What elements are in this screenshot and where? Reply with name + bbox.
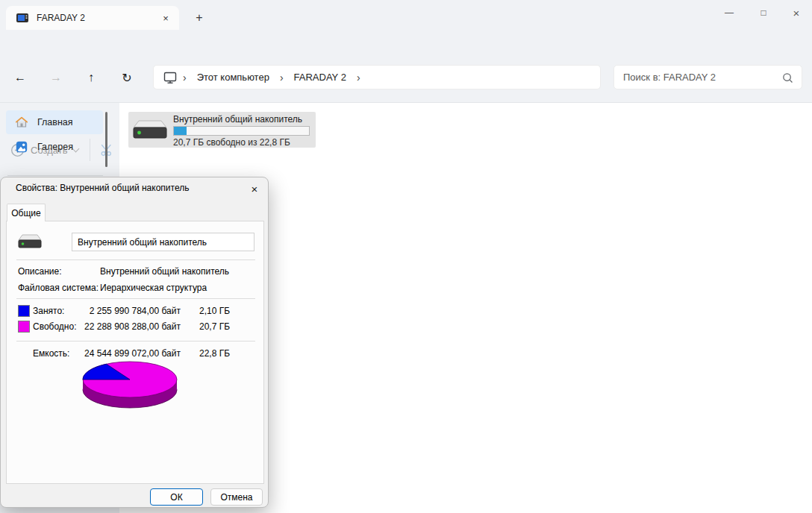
sidebar-divider xyxy=(7,175,103,176)
tab-general[interactable]: Общие xyxy=(7,204,46,221)
capacity-label: Емкость: xyxy=(33,346,69,361)
tab-close-icon[interactable]: × xyxy=(158,10,173,25)
sidebar-item-label: Галерея xyxy=(37,142,73,152)
properties-dialog: Свойства: Внутренний общий накопитель × … xyxy=(0,177,269,508)
usage-size: 20,7 ГБ xyxy=(199,319,230,334)
usage-row-free: Свободно: 22 288 908 288,00 байт 20,7 ГБ xyxy=(7,319,265,334)
sidebar-item-home[interactable]: Главная xyxy=(6,110,103,134)
ok-button[interactable]: ОК xyxy=(150,488,203,506)
maximize-button[interactable]: □ xyxy=(746,0,781,25)
dialog-close-icon[interactable]: × xyxy=(244,180,265,198)
dialog-title: Свойства: Внутренний общий накопитель xyxy=(16,183,189,193)
info-value: Иерархическая структура xyxy=(100,280,207,295)
explorer-window: FARADAY 2 × + — □ × ← → ↑ ↻ › Этот компь… xyxy=(0,0,812,513)
info-value: Внутренний общий накопитель xyxy=(100,264,229,279)
drive-usage-fill xyxy=(174,127,187,135)
separator xyxy=(16,298,255,299)
new-tab-button[interactable]: + xyxy=(190,8,209,28)
navigation-bar: ← → ↑ ↻ › Этот компьютер › FARADAY 2 › xyxy=(0,30,812,66)
info-label: Описание: xyxy=(18,264,62,279)
separator xyxy=(16,341,255,342)
general-tab-page: Описание: Внутренний общий накопитель Фа… xyxy=(6,221,264,484)
drive-favicon-icon xyxy=(16,13,29,23)
tab-bar: FARADAY 2 × + — □ × xyxy=(0,0,812,30)
usage-bytes: 2 255 990 784,00 байт xyxy=(78,303,181,318)
usage-bytes: 22 288 908 288,00 байт xyxy=(78,319,181,334)
drive-usage-bar xyxy=(173,126,310,136)
drive-icon xyxy=(133,118,167,142)
tab-title: FARADAY 2 xyxy=(37,13,158,23)
usage-size: 2,10 ГБ xyxy=(199,303,230,318)
home-icon xyxy=(15,116,28,129)
usage-row-used: Занято: 2 255 990 784,00 байт 2,10 ГБ xyxy=(7,303,265,318)
info-label: Файловая система: xyxy=(18,280,99,295)
disk-usage-pie-chart xyxy=(74,357,201,428)
info-row: Описание: Внутренний общий накопитель xyxy=(7,264,265,279)
minimize-button[interactable]: — xyxy=(712,0,746,25)
free-legend-swatch xyxy=(18,321,30,333)
command-toolbar: Создать xyxy=(0,66,812,103)
gallery-icon xyxy=(15,140,28,154)
separator xyxy=(16,259,255,260)
used-legend-swatch xyxy=(18,305,30,317)
close-window-button[interactable]: × xyxy=(779,0,812,25)
explorer-tab[interactable]: FARADAY 2 × xyxy=(6,6,179,30)
sidebar-item-label: Главная xyxy=(37,117,73,128)
drive-free-space-caption: 20,7 ГБ свободно из 22,8 ГБ xyxy=(173,137,290,148)
drive-name: Внутренний общий накопитель xyxy=(173,114,302,125)
info-row: Файловая система: Иерархическая структур… xyxy=(7,280,265,295)
drive-icon-small xyxy=(18,233,42,250)
drive-name-input[interactable] xyxy=(72,233,254,251)
usage-label: Свободно: xyxy=(33,319,77,334)
sidebar-item-gallery[interactable]: Галерея xyxy=(6,135,103,159)
usage-label: Занято: xyxy=(33,303,64,318)
drive-item[interactable]: Внутренний общий накопитель 20,7 ГБ своб… xyxy=(128,112,316,148)
capacity-size: 22,8 ГБ xyxy=(199,346,230,361)
cancel-button[interactable]: Отмена xyxy=(210,488,263,506)
sidebar-scrollbar-thumb[interactable] xyxy=(105,112,107,167)
